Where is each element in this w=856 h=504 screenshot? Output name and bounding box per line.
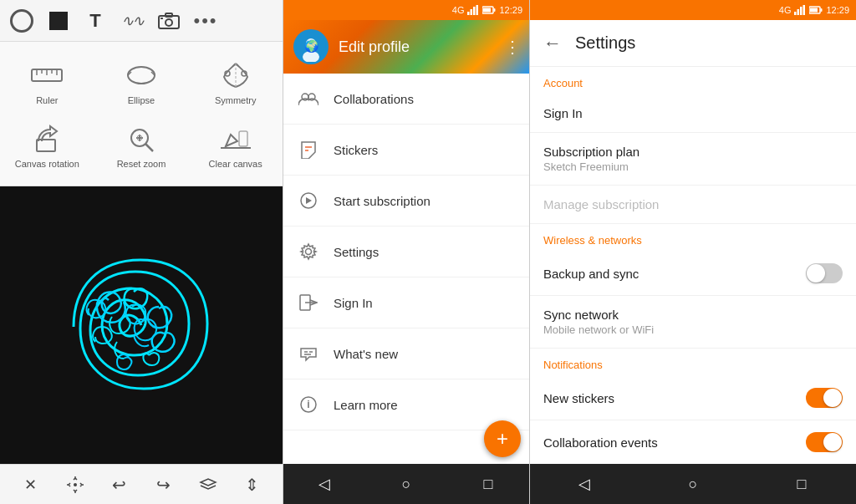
right-back-nav[interactable]: ◁ [568,467,601,501]
ellipse-icon [121,59,161,92]
new-stickers-toggle[interactable] [806,388,843,408]
middle-back-nav[interactable]: ◁ [308,467,341,501]
settings-new-stickers[interactable]: New stickers [530,376,856,420]
settings-label: Settings [334,245,379,259]
clear-canvas-label: Clear canvas [209,159,262,169]
mustache-tool-btn[interactable]: ∿∿ [119,8,145,34]
settings-title: Settings [575,33,635,53]
canvas-rotation-icon [27,122,67,155]
canvas-rotation-tool[interactable]: Canvas rotation [0,114,94,177]
menu-item-whats-new[interactable]: What's new [283,328,529,379]
canvas-rotation-label: Canvas rotation [15,159,79,169]
svg-text:🌍: 🌍 [304,39,319,53]
settings-sync-network[interactable]: Sync network Mobile network or WiFi [530,296,856,349]
camera-tool-btn[interactable] [155,8,182,34]
ruler-tool[interactable]: Ruler [0,50,94,114]
ellipse-label: Ellipse [128,95,155,105]
svg-point-25 [74,483,77,486]
manage-subscription-title: Manage subscription [543,197,843,211]
collaboration-events-knob [823,433,842,451]
toolbar-bottom: ✕ ↩ ↪ ⇕ [0,464,283,504]
ruler-icon [27,59,67,92]
settings-collaboration-events[interactable]: Collaboration events [530,420,856,464]
learn-more-label: Learn more [334,398,398,412]
canvas-area[interactable] [0,186,283,464]
fab-button[interactable]: + [484,420,521,457]
circle-tool-btn[interactable] [8,8,35,34]
clear-canvas-tool[interactable]: Clear canvas [188,114,283,177]
svg-rect-16 [37,140,55,151]
right-nav-bar: ◁ ○ □ [530,464,856,504]
header-more-btn[interactable]: ⋮ [504,37,521,57]
settings-subscription-plan[interactable]: Subscription plan Sketch Freemium [530,133,856,186]
svg-rect-51 [797,9,800,15]
undo-btn[interactable]: ↩ [104,470,135,500]
middle-nav-bar: ◁ ○ □ [283,464,529,504]
menu-item-sign-in[interactable]: Sign In [283,277,529,328]
notifications-section-header: Notifications [530,349,856,376]
symmetry-tool[interactable]: Symmetry [188,50,283,114]
right-home-nav[interactable]: ○ [676,467,710,501]
stickers-icon [297,138,320,161]
symmetry-icon [216,59,256,92]
expand-btn[interactable]: ⇕ [237,470,268,500]
settings-backup-sync[interactable]: Backup and sync [530,252,856,296]
battery-icon [482,5,496,15]
right-recents-nav[interactable]: □ [785,467,818,501]
close-btn[interactable]: ✕ [16,470,46,500]
menu-item-stickers[interactable]: Stickers [283,125,529,176]
collaboration-events-toggle[interactable] [806,432,843,452]
menu-item-start-subscription[interactable]: Start subscription [283,176,529,227]
clear-canvas-icon [216,122,256,155]
sign-in-label: Sign In [334,296,373,310]
redo-btn[interactable]: ↪ [149,470,179,500]
profile-avatar[interactable]: 🌍 [293,29,329,64]
svg-rect-28 [473,7,476,15]
middle-home-nav[interactable]: ○ [390,467,423,501]
menu-item-collaborations[interactable]: Collaborations [283,74,529,125]
start-subscription-label: Start subscription [334,194,431,208]
layers-btn[interactable] [193,470,223,500]
right-time: 12:29 [826,5,849,15]
reset-zoom-icon [121,122,161,155]
settings-manage-subscription: Manage subscription [530,186,856,224]
right-status-bar: 4G 12:29 [530,0,856,20]
svg-rect-22 [239,131,247,146]
svg-rect-50 [794,12,797,15]
svg-rect-56 [821,8,823,12]
subscription-plan-title: Subscription plan [543,145,843,159]
svg-point-1 [166,19,172,26]
subscription-plan-subtitle: Sketch Freemium [543,160,843,173]
square-tool-btn[interactable] [45,8,72,34]
ellipse-tool[interactable]: Ellipse [94,50,189,114]
collaborations-label: Collaborations [334,92,414,106]
svg-rect-55 [810,8,818,13]
move-btn[interactable] [60,470,90,500]
menu-item-settings[interactable]: Settings [283,227,529,277]
backup-sync-toggle[interactable] [806,263,843,283]
middle-recents-nav[interactable]: □ [471,467,505,501]
signal-icon [467,5,479,15]
middle-header: 🌍 Edit profile ⋮ [283,20,529,74]
text-tool-btn[interactable]: T [82,8,109,34]
new-stickers-title: New stickers [543,391,614,405]
svg-point-10 [128,67,155,84]
middle-panel: 4G 12:29 🌍 Edit profile ⋮ [283,0,529,504]
account-section-header: Account [530,67,856,94]
svg-rect-31 [483,8,491,13]
settings-sign-in[interactable]: Sign In [530,94,856,133]
symmetry-label: Symmetry [215,95,257,105]
wireless-section-header: Wireless & networks [530,224,856,252]
svg-point-42 [306,249,312,255]
sign-in-title: Sign In [543,106,843,120]
right-panel: 4G 12:29 ← Settings Account Sign In Subs… [529,0,856,504]
reset-zoom-tool[interactable]: Reset zoom [94,114,189,177]
sign-in-icon [297,291,320,314]
stickers-label: Stickers [334,143,378,157]
settings-back-btn[interactable]: ← [543,33,562,54]
left-panel: T ∿∿ ••• [0,0,283,504]
more-tools-btn[interactable]: ••• [192,8,219,34]
right-battery-icon [809,5,823,15]
svg-line-18 [145,144,153,151]
settings-content: Account Sign In Subscription plan Sketch… [530,67,856,464]
